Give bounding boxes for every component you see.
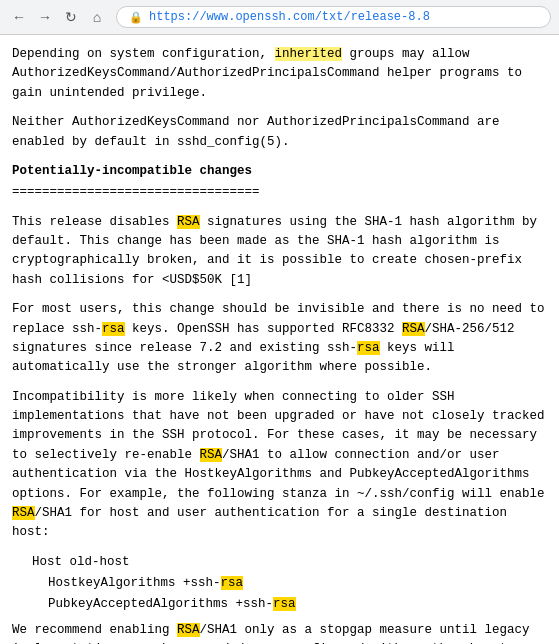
nav-buttons: ← → ↻ ⌂ bbox=[8, 6, 108, 28]
recommend-paragraph: We recommend enabling RSA/SHA1 only as a… bbox=[12, 621, 547, 644]
code-line-3: PubkeyAcceptedAlgorithms +ssh-rsa bbox=[48, 595, 547, 614]
section-heading-block: Potentially-incompatible changes =======… bbox=[12, 162, 547, 203]
incompatibility-paragraph: Incompatibility is more likely when conn… bbox=[12, 388, 547, 543]
rsa-highlight-7: rsa bbox=[221, 576, 244, 590]
rsa-highlight-5: RSA bbox=[200, 448, 223, 462]
browser-toolbar: ← → ↻ ⌂ 🔒 https://www.openssh.com/txt/re… bbox=[0, 0, 559, 35]
most-users-paragraph: For most users, this change should be in… bbox=[12, 300, 547, 378]
incompat-text: Incompatibility is more likely when conn… bbox=[12, 390, 545, 540]
rsa-disable-paragraph: This release disables RSA signatures usi… bbox=[12, 213, 547, 291]
code-line-2: HostkeyAlgorithms +ssh-rsa bbox=[48, 574, 547, 593]
home-button[interactable]: ⌂ bbox=[86, 6, 108, 28]
rsa-highlight-6: RSA bbox=[12, 506, 35, 520]
rsa-highlight-3: RSA bbox=[402, 322, 425, 336]
code-line-1: Host old-host bbox=[32, 553, 547, 572]
rsa-highlight-4: rsa bbox=[357, 341, 380, 355]
page-content: Depending on system configuration, inher… bbox=[0, 35, 559, 644]
forward-button[interactable]: → bbox=[34, 6, 56, 28]
rsa-highlight-1: RSA bbox=[177, 215, 200, 229]
section-divider: ================================= bbox=[12, 183, 547, 202]
lock-icon: 🔒 bbox=[129, 11, 143, 24]
url-text: https://www.openssh.com/txt/release-8.8 bbox=[149, 10, 430, 24]
recommend-text: We recommend enabling RSA/SHA1 only as a… bbox=[12, 623, 530, 644]
intro-paragraph: Depending on system configuration, inher… bbox=[12, 45, 547, 103]
rsa-highlight-8: rsa bbox=[273, 597, 296, 611]
second-text: Neither AuthorizedKeysCommand nor Author… bbox=[12, 115, 500, 148]
reload-button[interactable]: ↻ bbox=[60, 6, 82, 28]
inherited-highlight: inherited bbox=[275, 47, 343, 61]
intro-text: Depending on system configuration, inher… bbox=[12, 47, 522, 100]
most-users-text: For most users, this change should be in… bbox=[12, 302, 545, 374]
rsa-disable-text-before: This release disables RSA signatures usi… bbox=[12, 215, 537, 287]
config-code-block: Host old-host HostkeyAlgorithms +ssh-rsa… bbox=[32, 553, 547, 615]
section-title: Potentially-incompatible changes bbox=[12, 162, 547, 181]
second-paragraph: Neither AuthorizedKeysCommand nor Author… bbox=[12, 113, 547, 152]
back-button[interactable]: ← bbox=[8, 6, 30, 28]
rsa-highlight-9: RSA bbox=[177, 623, 200, 637]
address-bar[interactable]: 🔒 https://www.openssh.com/txt/release-8.… bbox=[116, 6, 551, 28]
rsa-highlight-2: rsa bbox=[102, 322, 125, 336]
